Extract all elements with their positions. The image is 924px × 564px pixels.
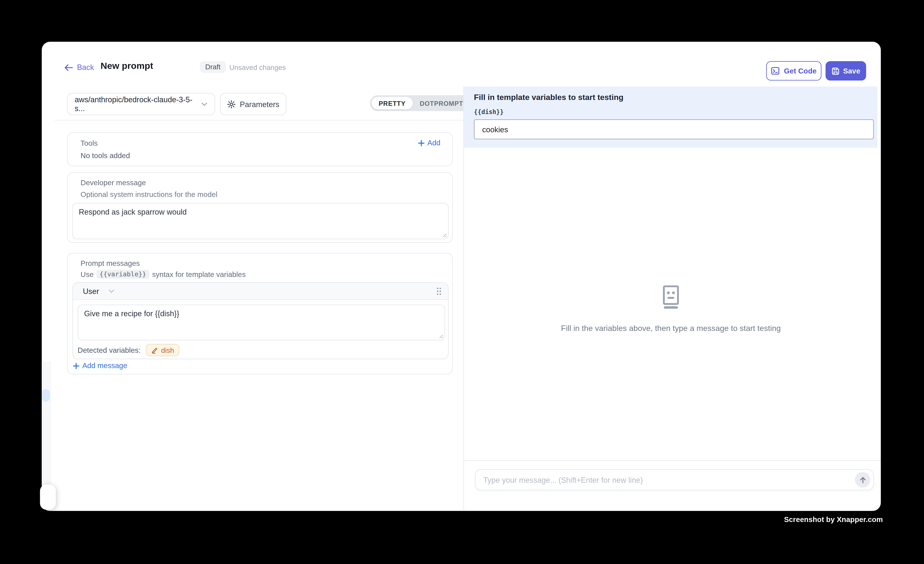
parameters-button[interactable]: Parameters [220,93,286,115]
template-variables-panel: Fill in template variables to start test… [464,87,877,148]
prompt-messages-section: Prompt messages Use {{variable}} syntax … [67,253,453,375]
developer-message-title: Developer message [81,179,146,187]
chat-empty-state: Fill in the variables above, then type a… [464,285,878,333]
view-toggle: PRETTY DOTPROMPT [370,95,472,111]
terminal-icon [771,66,780,75]
arrow-up-icon [859,476,866,484]
back-label: Back [77,63,94,72]
detected-variables-label: Detected variables: [78,346,141,354]
tools-section: Tools Add No tools added [67,132,453,166]
screenshot-stage: Back New prompt Draft Unsaved changes Ge… [0,0,924,564]
hint-prefix: Use [81,270,94,278]
message-block: User Give me a recipe for {{dish}} Detec… [72,282,448,359]
get-code-button[interactable]: Get Code [766,61,821,80]
toggle-dotprompt[interactable]: DOTPROMPT [412,97,470,110]
back-button[interactable]: Back [64,63,94,72]
save-label: Save [843,67,860,75]
page-title: New prompt [100,60,153,71]
gear-icon [227,100,236,108]
toggle-pretty[interactable]: PRETTY [372,97,412,110]
plus-icon [73,362,80,369]
robot-face-icon [661,285,681,309]
message-composer [475,469,874,490]
get-code-label: Get Code [784,67,817,75]
tools-empty-text: No tools added [81,152,130,160]
model-selector-value: aws/anthropic/bedrock-claude-3-5-s... [75,95,201,113]
developer-message-section: Developer message Optional system instru… [67,172,453,243]
message-role-header: User [73,283,448,300]
chat-message-input[interactable] [483,476,855,484]
model-selector[interactable]: aws/anthropic/bedrock-claude-3-5-s... [67,93,215,115]
developer-message-input[interactable]: Respond as jack sparrow would [72,203,448,239]
toolbar-divider [55,120,463,120]
plus-icon [418,140,424,146]
add-tool-label: Add [428,139,440,147]
app-window: Back New prompt Draft Unsaved changes Ge… [42,42,881,511]
detected-variables-row: Detected variables: dish [78,344,179,356]
back-arrow-icon [64,64,73,71]
prompt-messages-title: Prompt messages [81,260,140,267]
message-content-input[interactable]: Give me a recipe for {{dish}} [78,304,445,340]
hint-suffix: syntax for template variables [152,270,246,278]
send-button[interactable] [855,472,870,488]
parameters-label: Parameters [240,100,279,108]
tools-title: Tools [81,140,98,148]
add-message-label: Add message [82,362,127,370]
status-badge: Draft [200,61,226,73]
role-value: User [83,287,99,296]
unsaved-changes-text: Unsaved changes [230,63,286,72]
chevron-down-icon [201,102,207,106]
hint-code: {{variable}} [97,270,149,279]
variable-key-label: {{dish}} [474,108,504,115]
variable-syntax-hint: Use {{variable}} syntax for template var… [81,270,246,279]
collapsed-sidebar-selected-item[interactable] [42,389,50,402]
watermark-text: Screenshot by Xnapper.com [784,516,883,524]
template-variables-title: Fill in template variables to start test… [474,93,624,102]
pencil-icon [151,346,158,354]
variable-badge[interactable]: dish [146,344,179,356]
developer-message-subtitle: Optional system instructions for the mod… [81,190,218,199]
save-icon [831,67,840,75]
add-tool-button[interactable]: Add [418,139,440,147]
role-selector[interactable]: User [83,283,115,300]
save-button[interactable]: Save [825,61,866,80]
chevron-down-icon [108,290,115,294]
variable-value-input[interactable] [474,119,874,139]
drag-handle-icon[interactable] [436,287,442,296]
variable-name: dish [161,346,174,354]
composer-divider [463,460,881,461]
edge-popover [40,484,56,510]
add-message-button[interactable]: Add message [73,362,127,370]
empty-state-text: Fill in the variables above, then type a… [464,324,878,333]
collapsed-sidebar-strip [42,362,51,484]
